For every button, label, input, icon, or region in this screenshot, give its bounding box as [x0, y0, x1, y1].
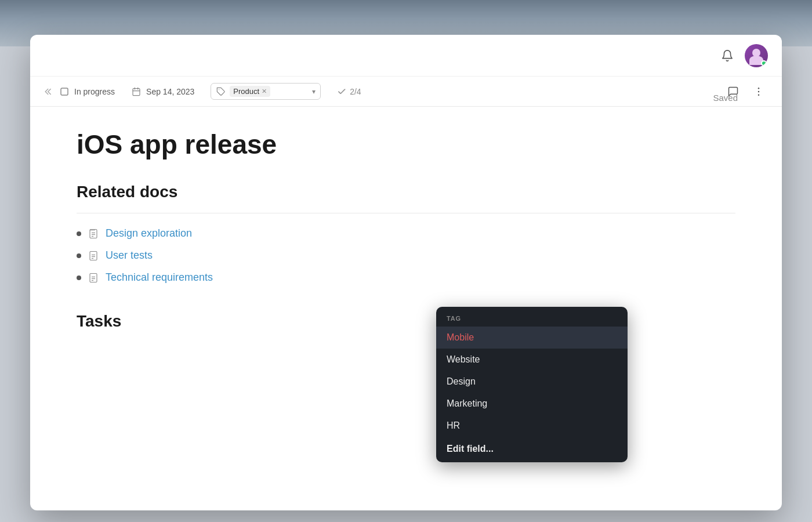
- document-toolbar: In progress Sep 14, 2023: [30, 77, 782, 107]
- dropdown-header: TAG: [436, 307, 628, 327]
- related-docs-list: Design exploration User tests: [77, 227, 735, 284]
- svg-rect-14: [90, 251, 97, 260]
- notification-bell-icon[interactable]: [719, 48, 735, 64]
- bullet-icon: [77, 253, 81, 258]
- doc-file-icon: [87, 271, 100, 284]
- tag-dropdown-chevron-icon: ▾: [312, 88, 316, 96]
- dropdown-item-marketing[interactable]: Marketing: [436, 393, 628, 415]
- doc-link-technical-requirements[interactable]: Technical requirements: [106, 271, 213, 284]
- header-right: [719, 44, 768, 67]
- calendar-icon: [131, 86, 142, 97]
- status-field[interactable]: In progress: [59, 86, 115, 97]
- saved-status: Saved: [713, 93, 738, 103]
- dropdown-item-mobile[interactable]: Mobile: [436, 327, 628, 349]
- bullet-icon: [77, 276, 81, 280]
- dropdown-edit-field-button[interactable]: Edit field...: [436, 437, 628, 462]
- tag-search-input[interactable]: [274, 87, 309, 96]
- svg-rect-18: [90, 273, 97, 282]
- doc-file-icon: [87, 227, 100, 240]
- checklist-badge[interactable]: 2/4: [337, 87, 361, 96]
- more-options-button[interactable]: [749, 82, 768, 101]
- related-docs-divider: [77, 213, 735, 213]
- date-label: Sep 14, 2023: [146, 87, 194, 96]
- status-icon: [59, 86, 70, 97]
- dropdown-item-label: Website: [447, 354, 480, 365]
- list-item: User tests: [77, 249, 735, 262]
- checklist-label: 2/4: [350, 87, 361, 96]
- dropdown-item-label: Mobile: [447, 332, 474, 343]
- tag-remove-button[interactable]: ✕: [262, 88, 267, 95]
- svg-point-7: [758, 90, 760, 92]
- dropdown-item-label: HR: [447, 420, 460, 431]
- dropdown-item-label: Marketing: [447, 398, 487, 409]
- doc-link-design-exploration[interactable]: Design exploration: [106, 227, 192, 240]
- dropdown-item-website[interactable]: Website: [436, 349, 628, 371]
- list-item: Design exploration: [77, 227, 735, 240]
- svg-rect-1: [133, 88, 140, 95]
- back-button[interactable]: [44, 86, 55, 97]
- doc-link-user-tests[interactable]: User tests: [106, 249, 153, 262]
- svg-point-6: [758, 87, 760, 89]
- svg-point-8: [758, 94, 760, 96]
- tag-field[interactable]: Product ✕ ▾: [211, 83, 321, 100]
- list-item: Technical requirements: [77, 271, 735, 284]
- tag-icon: [216, 86, 226, 97]
- main-content: iOS app release Related docs Design expl…: [30, 107, 782, 510]
- tag-dropdown: TAG Mobile Website Design Marketing HR E…: [436, 307, 628, 462]
- related-docs-heading: Related docs: [77, 183, 735, 201]
- dropdown-item-hr[interactable]: HR: [436, 415, 628, 437]
- edit-field-label: Edit field...: [447, 444, 494, 454]
- main-window: Saved In progress: [30, 35, 782, 510]
- document-title: iOS app release: [77, 130, 735, 160]
- svg-rect-0: [61, 88, 68, 95]
- toolbar-meta: In progress Sep 14, 2023: [59, 83, 724, 100]
- avatar[interactable]: [745, 44, 768, 67]
- bullet-icon: [77, 231, 81, 236]
- dropdown-item-design[interactable]: Design: [436, 371, 628, 393]
- tag-chip-label: Product: [233, 87, 259, 96]
- doc-file-icon: [87, 249, 100, 262]
- status-label: In progress: [74, 87, 115, 96]
- dropdown-item-label: Design: [447, 376, 476, 387]
- header-bar: [30, 35, 782, 77]
- online-status-dot: [761, 60, 767, 66]
- tag-chip-product: Product ✕: [230, 86, 270, 97]
- tasks-heading: Tasks: [77, 312, 735, 331]
- date-field[interactable]: Sep 14, 2023: [131, 86, 194, 97]
